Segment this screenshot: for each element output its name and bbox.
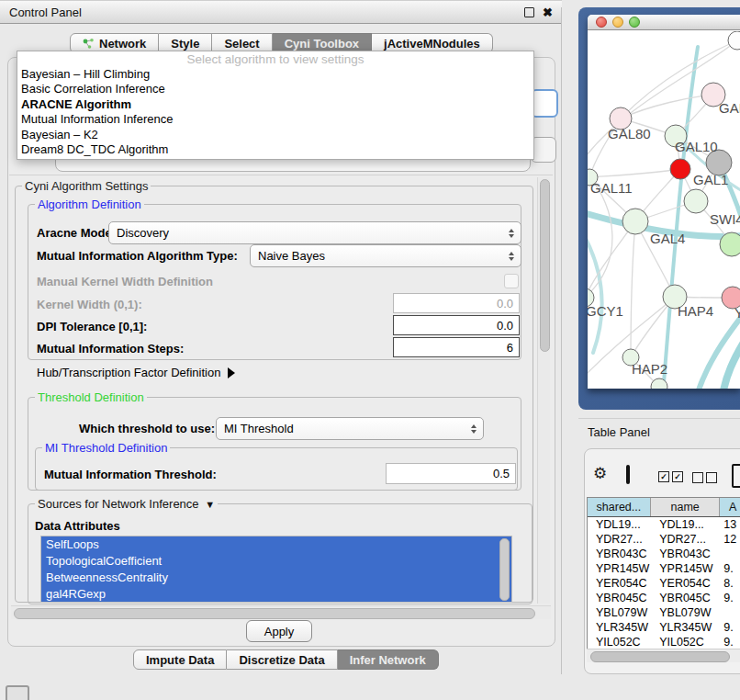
settings-vertical-scrollbar[interactable] <box>537 177 550 604</box>
network-edge[interactable] <box>621 95 713 119</box>
column-header-partial[interactable]: A <box>720 498 740 516</box>
dpi-tolerance-field[interactable]: 0.0 <box>393 315 520 335</box>
manual-kernel-width-checkbox[interactable] <box>504 274 519 288</box>
columns-icon[interactable] <box>626 465 630 484</box>
checked-checkbox-icon[interactable]: ✓ <box>658 471 669 482</box>
sources-title[interactable]: Sources for Network Inference ▼ <box>35 497 218 511</box>
table-horizontal-scrollbar-thumb[interactable] <box>590 651 730 662</box>
attr-list-scrollbar-thumb[interactable] <box>499 538 510 601</box>
table-row[interactable]: YBR045CYBR045C9. <box>588 591 740 605</box>
table-row[interactable]: YER054CYER054C8. <box>588 576 740 591</box>
tab-discretize-data[interactable]: Discretize Data <box>227 649 337 670</box>
algorithm-option[interactable]: Basic Correlation Inference <box>17 82 533 96</box>
table-cell[interactable]: 9. <box>721 561 740 576</box>
gear-icon[interactable]: ⚙ <box>593 466 607 481</box>
algorithm-option[interactable]: Bayesian – K2 <box>17 128 533 142</box>
table-cell[interactable]: 13 <box>721 517 740 532</box>
table-cell[interactable]: YBR045C <box>651 591 721 605</box>
zoom-traffic-light-icon[interactable] <box>629 17 640 28</box>
table-row[interactable]: YDL19...YDL19...13 <box>588 517 740 532</box>
table-cell[interactable] <box>721 605 740 620</box>
network-edge[interactable] <box>696 307 740 389</box>
tab-infer-network[interactable]: Infer Network <box>338 649 439 670</box>
table-cell[interactable]: 9. <box>721 635 740 649</box>
algorithm-option[interactable]: Bayesian – Hill Climbing <box>17 67 533 82</box>
table-horizontal-scrollbar[interactable] <box>587 649 740 662</box>
file-icon[interactable] <box>732 464 740 488</box>
network-node-label: GAL4 <box>650 231 685 246</box>
table-cell[interactable]: YPR145W <box>651 561 721 576</box>
algorithm-option[interactable]: Mutual Information Inference <box>17 112 533 127</box>
network-window-titlebar[interactable] <box>588 15 740 30</box>
table-cell[interactable]: YDR27... <box>588 532 651 547</box>
column-header-name[interactable]: name <box>651 498 721 516</box>
table-row[interactable]: YBR043CYBR043C <box>588 547 740 561</box>
table-cell[interactable]: YIL052C <box>588 635 651 649</box>
float-window-icon[interactable] <box>524 7 534 17</box>
close-icon[interactable]: ✖ <box>543 6 553 18</box>
table-cell[interactable]: 9. <box>721 591 740 605</box>
table-cell[interactable]: YER054C <box>651 576 721 591</box>
table-row[interactable]: YLR345WYLR345W9. <box>588 620 740 635</box>
network-node[interactable] <box>684 189 708 213</box>
table-cell[interactable]: YBR043C <box>651 547 721 561</box>
network-edge[interactable] <box>589 169 680 177</box>
table-cell[interactable]: YPR145W <box>588 561 651 576</box>
apply-button[interactable]: Apply <box>246 620 312 642</box>
settings-horizontal-scrollbar[interactable] <box>11 605 551 619</box>
attribute-item[interactable]: gal4RGexp <box>41 586 511 603</box>
attribute-item[interactable]: TopologicalCoefficient <box>41 553 511 570</box>
table-row[interactable]: YIL052CYIL052C9. <box>588 635 740 649</box>
data-attributes-list[interactable]: SelfLoopsTopologicalCoefficientBetweenne… <box>40 536 512 603</box>
column-header-shared-name[interactable]: shared... <box>588 498 651 516</box>
mi-steps-field[interactable]: 6 <box>393 337 520 357</box>
network-node[interactable] <box>622 209 648 234</box>
unchecked-checkbox-icon[interactable] <box>692 472 703 483</box>
table-cell[interactable]: YER054C <box>588 576 651 591</box>
table-cell[interactable]: YDL19... <box>651 517 721 532</box>
table-cell[interactable]: YLR345W <box>651 620 721 635</box>
tab-impute-data[interactable]: Impute Data <box>133 649 227 670</box>
bottom-tabbar: Impute Data Discretize Data Infer Networ… <box>133 649 439 670</box>
table-cell[interactable]: YDR27... <box>651 532 721 547</box>
settings-horizontal-scrollbar-thumb[interactable] <box>14 608 535 619</box>
table-cell[interactable]: 12 <box>721 532 740 547</box>
attribute-item[interactable]: BetweennessCentrality <box>41 570 511 586</box>
checked-checkbox-icon[interactable]: ✓ <box>672 471 683 482</box>
table-cell[interactable]: YBR043C <box>588 547 651 561</box>
table-cell[interactable]: 9. <box>721 620 740 635</box>
table-row[interactable]: YDR27...YDR27...12 <box>588 532 740 547</box>
table-cell[interactable]: YBR045C <box>588 591 651 605</box>
table-cell[interactable]: YBL079W <box>651 605 721 620</box>
hub-tf-definition-toggle[interactable]: Hub/Transcription Factor Definition <box>37 366 235 379</box>
network-canvas[interactable]: GALGAL80GAL10GAL11GAL1SWI4GAL4GCY1HAP4YH… <box>588 31 740 389</box>
mi-threshold-field[interactable]: 0.5 <box>386 463 516 484</box>
unchecked-checkbox-icon[interactable] <box>706 472 717 483</box>
kernel-width-field[interactable]: 0.0 <box>393 293 520 313</box>
mi-algorithm-type-select[interactable]: Naive Bayes <box>250 244 521 267</box>
algorithm-option[interactable]: ARACNE Algorithm <box>17 97 533 112</box>
aracne-mode-select[interactable]: Discovery <box>108 221 521 244</box>
table-row[interactable]: YPR145WYPR145W9. <box>588 561 740 576</box>
table-cell[interactable]: YDL19... <box>588 517 651 532</box>
network-node[interactable] <box>720 232 740 256</box>
table-cell[interactable]: YLR345W <box>588 620 651 635</box>
table-cell[interactable]: 8. <box>721 576 740 591</box>
network-node[interactable] <box>670 159 690 179</box>
minimized-window-icon[interactable] <box>6 685 29 700</box>
control-panel-title: Control Panel <box>0 6 524 19</box>
table-cell[interactable]: YBL079W <box>588 605 651 620</box>
network-node[interactable] <box>728 31 740 50</box>
attribute-item[interactable]: SelfLoops <box>41 536 511 553</box>
table-cell[interactable] <box>721 547 740 561</box>
table-row[interactable]: YBL079WYBL079W <box>588 605 740 620</box>
network-edge[interactable] <box>631 221 635 357</box>
close-traffic-light-icon[interactable] <box>596 17 607 28</box>
table-cell[interactable]: YIL052C <box>651 635 721 649</box>
algorithm-option[interactable]: Dream8 DC_TDC Algorithm <box>17 142 533 157</box>
which-threshold-select[interactable]: MI Threshold <box>216 417 484 440</box>
minimize-traffic-light-icon[interactable] <box>612 17 623 28</box>
network-node-label: HAP4 <box>678 303 713 319</box>
settings-vertical-scrollbar-thumb[interactable] <box>540 179 550 352</box>
network-window[interactable]: GALGAL80GAL10GAL11GAL1SWI4GAL4GCY1HAP4YH… <box>588 15 740 389</box>
